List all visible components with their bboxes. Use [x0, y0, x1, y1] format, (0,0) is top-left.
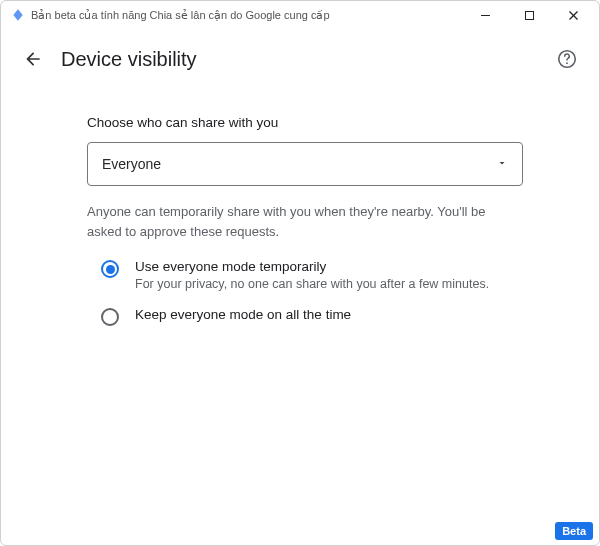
radio-option-temporary[interactable]: Use everyone mode temporarily For your p…	[101, 259, 523, 291]
chevron-down-icon	[496, 155, 508, 173]
radio-option-always[interactable]: Keep everyone mode on all the time	[101, 307, 523, 326]
svg-point-5	[566, 62, 568, 64]
close-button[interactable]	[551, 1, 595, 29]
radio-label: Use everyone mode temporarily	[135, 259, 523, 274]
section-title: Choose who can share with you	[87, 115, 523, 130]
page-title: Device visibility	[61, 48, 553, 71]
radio-icon	[101, 260, 119, 278]
svg-rect-1	[525, 11, 533, 19]
window-controls	[463, 1, 595, 29]
radio-labels: Use everyone mode temporarily For your p…	[135, 259, 523, 291]
back-button[interactable]	[19, 45, 47, 73]
visibility-select[interactable]: Everyone	[87, 142, 523, 186]
radio-group: Use everyone mode temporarily For your p…	[87, 259, 523, 326]
beta-badge: Beta	[555, 522, 593, 540]
window-title: Bản beta của tính năng Chia sẻ lân cận d…	[31, 9, 463, 22]
window-titlebar: Bản beta của tính năng Chia sẻ lân cận d…	[1, 1, 599, 29]
settings-card: Choose who can share with you Everyone A…	[51, 89, 559, 378]
maximize-button[interactable]	[507, 1, 551, 29]
radio-icon	[101, 308, 119, 326]
page-header: Device visibility	[1, 29, 599, 83]
help-button[interactable]	[553, 45, 581, 73]
select-value: Everyone	[102, 156, 496, 172]
visibility-description: Anyone can temporarily share with you wh…	[87, 202, 523, 241]
radio-sublabel: For your privacy, no one can share with …	[135, 277, 523, 291]
radio-labels: Keep everyone mode on all the time	[135, 307, 523, 325]
minimize-button[interactable]	[463, 1, 507, 29]
app-icon	[11, 8, 25, 22]
radio-label: Keep everyone mode on all the time	[135, 307, 523, 322]
